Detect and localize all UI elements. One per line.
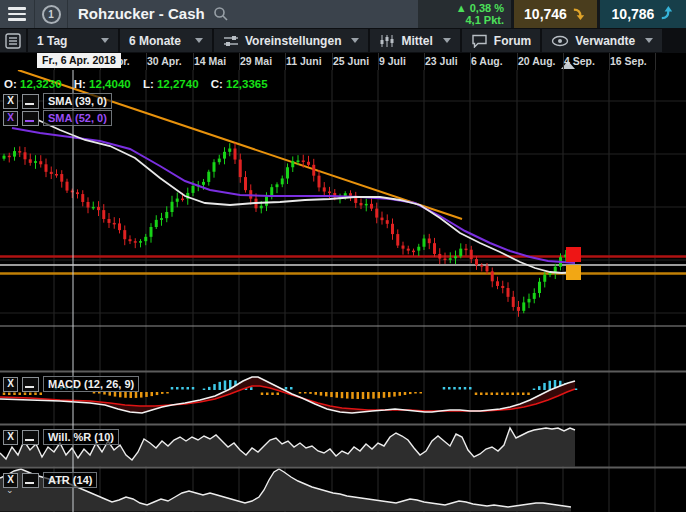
gridlines — [0, 70, 686, 512]
instrument-title: Rohzucker - Cash — [68, 0, 205, 28]
chart-link-badge[interactable]: 1 — [35, 0, 67, 28]
presets-dropdown[interactable]: Voreinstellungen — [214, 29, 368, 52]
change-percent: ▲ 0,38 % — [418, 2, 504, 14]
willr-legend: X Will. %R (10) — [3, 429, 119, 445]
arrow-down-icon — [572, 5, 587, 24]
candles — [3, 143, 573, 317]
period-dropdown[interactable]: 1 Tag — [28, 29, 118, 52]
related-dropdown[interactable]: Verwandte — [542, 29, 662, 52]
chevron-down-icon — [443, 38, 451, 43]
axis-tick-label: 6 Aug. — [471, 55, 503, 67]
ask-button[interactable]: 10,786 — [600, 0, 686, 28]
price-marker-square — [566, 247, 581, 262]
related-label: Verwandte — [575, 34, 635, 48]
sma52-label: SMA (52, 0) — [43, 110, 112, 126]
high-value: 12,4040 — [89, 78, 131, 90]
axis-tick-label: 9 Juli — [379, 55, 406, 67]
period-label: 1 Tag — [37, 34, 91, 48]
forum-label: Forum — [494, 34, 531, 48]
sma39-line-sample[interactable] — [22, 94, 39, 109]
axis-tick-mark — [655, 53, 656, 70]
ohlc-legend: O: 12,3230 H: 12,4040 L: 12,2740 C: 12,3… — [4, 78, 277, 90]
close-value: 12,3365 — [226, 78, 268, 90]
chart-toolbar: 1 Tag 6 Monate Voreinstellungen Mittel F… — [0, 28, 686, 53]
speech-bubble-icon — [471, 33, 488, 48]
bid-price: 10,746 — [524, 6, 567, 22]
axis-tick-label: 16 Sep. — [610, 55, 647, 67]
link-number: 1 — [42, 5, 61, 24]
remove-willr-button[interactable]: X — [3, 430, 18, 445]
trading-chart-app: 1 Rohzucker - Cash ▲ 0,38 % 4,1 Pkt. 10,… — [0, 0, 686, 512]
sma52-line — [12, 128, 575, 263]
remove-sma52-button[interactable]: X — [3, 111, 18, 126]
top-bar: 1 Rohzucker - Cash ▲ 0,38 % 4,1 Pkt. 10,… — [0, 0, 686, 29]
ask-price: 10,786 — [612, 6, 655, 22]
atr-label: ATR (14) — [43, 472, 97, 488]
low-label: L: — [143, 78, 154, 90]
willr-label: Will. %R (10) — [43, 429, 119, 445]
axis-tick-label: 25 Juni — [333, 55, 369, 67]
axis-tick-label: 30 Apr. — [147, 55, 182, 67]
sma52-line-sample[interactable] — [22, 111, 39, 126]
open-value: 12,3230 — [20, 78, 62, 90]
arrow-up-icon — [659, 5, 674, 24]
average-dropdown[interactable]: Mittel — [370, 29, 459, 52]
chevron-down-icon — [645, 38, 653, 43]
range-label: 6 Monate — [129, 34, 185, 48]
axis-tick-label: 20 Aug. — [518, 55, 556, 67]
candles-icon — [379, 34, 395, 48]
chevron-down-icon — [351, 38, 359, 43]
list-icon — [5, 33, 21, 49]
axis-tick-label: 11 Juni — [286, 55, 322, 67]
macd-legend: X MACD (12, 26, 9) — [3, 376, 139, 392]
quote-change: ▲ 0,38 % 4,1 Pkt. — [418, 0, 511, 28]
time-axis[interactable]: Fr., 6 Apr. 2018 6 Apr.30 Apr.14 Mai29 M… — [0, 53, 686, 70]
remove-sma39-button[interactable]: X — [3, 94, 18, 109]
macd-label: MACD (12, 26, 9) — [43, 376, 139, 392]
axis-tick-label: 14 Mai — [194, 55, 226, 67]
layers-list-button[interactable] — [0, 29, 26, 52]
bid-button[interactable]: 10,746 — [514, 0, 597, 28]
axis-tick-label: 23 Juli — [425, 55, 458, 67]
eye-icon — [551, 34, 569, 48]
atr-line-sample[interactable] — [22, 473, 39, 488]
willr-line-sample[interactable] — [22, 430, 39, 445]
presets-label: Voreinstellungen — [245, 34, 341, 48]
chevron-down-icon — [195, 38, 203, 43]
sliders-icon — [223, 33, 239, 49]
atr-legend: X ATR (14) — [3, 472, 97, 488]
axis-date-tooltip: Fr., 6 Apr. 2018 — [37, 53, 121, 68]
average-label: Mittel — [401, 34, 432, 48]
atr-collapse-chevron[interactable]: ⌄ — [6, 486, 14, 494]
price-marker-square — [566, 265, 581, 280]
chevron-down-icon — [101, 38, 109, 43]
sma39-label: SMA (39, 0) — [43, 93, 112, 109]
sma52-legend: X SMA (52, 0) — [3, 110, 112, 126]
axis-tick-label: 29 Mai — [240, 55, 272, 67]
level-lines — [0, 257, 686, 327]
remove-macd-button[interactable]: X — [3, 377, 18, 392]
change-points: 4,1 Pkt. — [418, 14, 504, 26]
open-label: O: — [4, 78, 17, 90]
low-value: 12,2740 — [157, 78, 199, 90]
forum-button[interactable]: Forum — [462, 29, 540, 52]
sma39-legend: X SMA (39, 0) — [3, 93, 112, 109]
hamburger-menu-icon[interactable] — [0, 0, 34, 28]
search-icon[interactable] — [213, 0, 229, 28]
macd-line-sample[interactable] — [22, 377, 39, 392]
axis-tick-label: 4 Sep. — [564, 55, 595, 67]
high-label: H: — [74, 78, 86, 90]
range-dropdown[interactable]: 6 Monate — [120, 29, 212, 52]
close-label: C: — [211, 78, 223, 90]
